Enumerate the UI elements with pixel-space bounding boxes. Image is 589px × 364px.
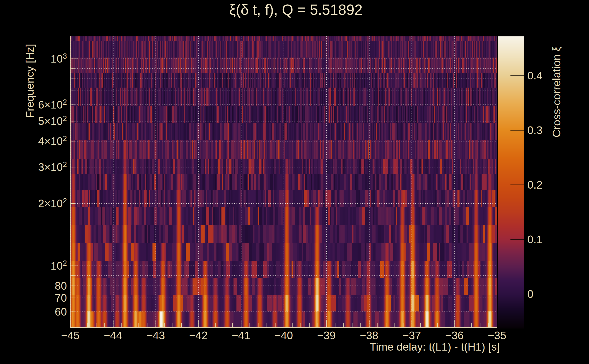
x-tick-label: −38 (349, 329, 390, 342)
colorbar-tick-label: 0.4 (527, 69, 573, 82)
colorbar-tick-label: 0.1 (527, 233, 573, 246)
y-tick-label: 70 (11, 292, 67, 304)
x-tick-label: −42 (178, 329, 219, 342)
x-tick-label: −36 (434, 329, 475, 342)
y-tick-label: 6×102 (11, 98, 67, 111)
y-tick-label: 80 (11, 280, 67, 292)
y-tick-label: 5×102 (11, 115, 67, 127)
y-tick-label: 102 (11, 260, 67, 272)
colorbar-tick-label: 0 (527, 288, 573, 300)
y-tick-label: 2×102 (11, 197, 67, 210)
x-tick-label: −40 (263, 329, 304, 342)
chart-title: ξ(δ t, f), Q = 5.51892 (182, 1, 410, 18)
x-tick-label: −41 (221, 329, 262, 342)
heatmap-canvas (70, 36, 497, 328)
x-tick-label: −39 (306, 329, 347, 342)
y-tick-label: 103 (11, 52, 67, 65)
x-tick-label: −35 (477, 329, 517, 342)
x-axis-title: Time delay: t(L1) - t(H1) [s] (272, 341, 500, 353)
x-tick-label: −44 (93, 329, 134, 342)
colorbar-axis-title: Cross-correlation ξ (550, 46, 563, 137)
x-tick-label: −43 (135, 329, 176, 342)
colorbar (498, 36, 524, 329)
y-tick-label: 3×102 (11, 161, 67, 173)
y-tick-label: 60 (11, 305, 67, 318)
x-tick-label: −37 (391, 329, 432, 342)
y-tick-label: 4×102 (11, 135, 67, 147)
colorbar-tick-label: 0.3 (527, 124, 573, 136)
cross-correlation-figure: ξ(δ t, f), Q = 5.51892 Frequency [Hz] 10… (0, 0, 589, 364)
colorbar-tick-label: 0.2 (527, 179, 573, 191)
x-tick-label: −45 (50, 329, 91, 342)
